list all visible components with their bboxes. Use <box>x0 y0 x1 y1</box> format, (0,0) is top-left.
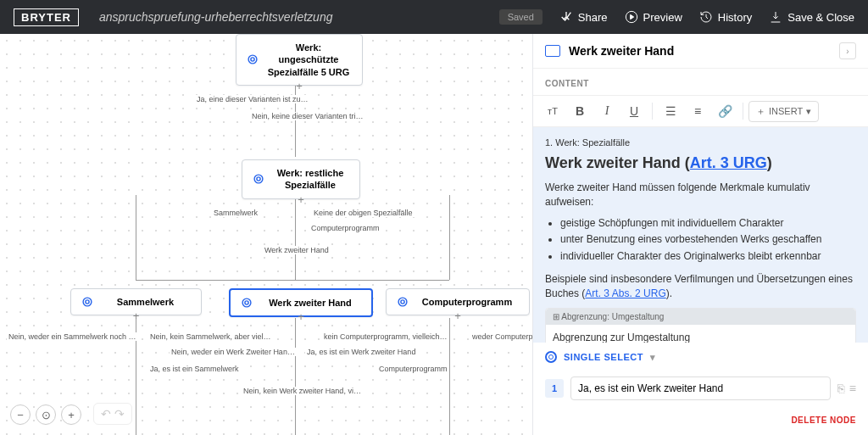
node-icon <box>81 296 93 308</box>
edge-label: Keine der obigen Spezialfälle <box>312 209 415 217</box>
save-close-button[interactable]: Save & Close <box>769 10 854 24</box>
section-label: CONTENT <box>533 69 868 95</box>
option-number: 1 <box>545 379 564 398</box>
svg-point-1 <box>248 56 257 64</box>
rte-toolbar: тT B I U ☰ ≡ 🔗 ＋INSERT▾ <box>533 95 868 127</box>
edge-label: weder Computerpr <box>470 332 532 341</box>
collapsible-body: Abgrenzung zur Umgestaltung <box>546 325 855 343</box>
logo: BRYTER <box>14 8 79 26</box>
option-row: 1 ⎘ ≡ <box>533 371 868 405</box>
edge-label: Nein, keine dieser Varianten tri… <box>250 112 364 120</box>
expand-panel-button[interactable]: › <box>839 42 856 59</box>
text-size-button[interactable]: тT <box>540 99 565 123</box>
edge-label: Computerprogramm <box>377 365 449 373</box>
svg-point-7 <box>242 298 251 307</box>
edge-label: kein Computerprogramm, vielleich… <box>322 332 449 341</box>
edge-label: Nein, weder ein Werk Zweiter Han… <box>170 348 297 356</box>
add-child-icon[interactable]: + <box>295 193 307 205</box>
answer-type-selector[interactable]: SINGLE SELECT ▾ <box>533 343 868 371</box>
zoom-fit-button[interactable]: ⊙ <box>36 404 56 425</box>
add-child-icon[interactable]: + <box>293 80 305 92</box>
play-icon <box>625 10 638 24</box>
content-paragraph: Beispiele sind insbesondere Verfilmungen… <box>545 272 856 301</box>
undo-icon[interactable]: ↶ <box>101 407 111 421</box>
content-editor[interactable]: 1. Werk: Spezialfälle Werk zweiter Hand … <box>533 127 868 343</box>
panel-title: Werk zweiter Hand <box>569 44 674 58</box>
redo-icon[interactable]: ↷ <box>114 407 125 421</box>
share-button[interactable]: Share <box>559 10 608 24</box>
node-type-icon <box>545 45 560 57</box>
module-title: anspruchspruefung-urheberrechtsverletzun… <box>99 10 333 24</box>
zoom-in-button[interactable]: + <box>61 404 81 425</box>
undo-redo: ↶ ↷ <box>93 403 132 425</box>
node-icon <box>253 173 264 185</box>
underline-button[interactable]: U <box>621 99 647 123</box>
single-select-icon <box>545 351 557 363</box>
svg-point-3 <box>254 175 263 183</box>
svg-point-8 <box>245 301 248 304</box>
node-spezialfaelle-5urg[interactable]: Werk: ungeschützte Spezialfälle 5 URG + <box>236 34 363 86</box>
option-input[interactable] <box>570 376 831 400</box>
share-icon <box>559 10 573 24</box>
node-restliche-spezialfaelle[interactable]: Werk: restliche Spezialfälle + <box>242 159 360 199</box>
edge-label: Werk zweiter Hand <box>263 246 331 254</box>
svg-point-10 <box>401 300 404 304</box>
heading-link[interactable]: Art. 3 URG <box>690 154 767 171</box>
svg-point-9 <box>398 298 407 306</box>
content-list: geistige Schöpfungen mit individuellem C… <box>560 216 856 264</box>
breadcrumb: 1. Werk: Spezialfälle <box>545 137 856 148</box>
collapsible-header[interactable]: ⊞ Abgrenzung: Umgestaltung <box>546 309 855 325</box>
italic-button[interactable]: I <box>594 99 620 123</box>
bold-button[interactable]: B <box>567 99 593 123</box>
svg-point-5 <box>83 298 92 306</box>
edge-label: Nein, weder ein Sammelwerk noch … <box>7 332 138 341</box>
edge-label: Nein, kein Sammelwerk, aber viel… <box>148 332 273 341</box>
node-icon <box>397 296 409 308</box>
edge-label: Ja, es ist ein Werk zweiter Hand <box>305 348 417 356</box>
edge-label: Ja, eine dieser Varianten ist zu… <box>195 95 309 103</box>
edge-label: Computerprogramm <box>309 224 381 232</box>
link-button[interactable]: 🔗 <box>712 99 737 123</box>
svg-point-6 <box>86 300 89 304</box>
svg-point-2 <box>251 58 254 61</box>
content-link[interactable]: Art. 3 Abs. 2 URG <box>585 287 665 299</box>
delete-node-button[interactable]: DELETE NODE <box>533 405 868 435</box>
numbered-list-button[interactable]: ≡ <box>685 99 710 123</box>
history-button[interactable]: History <box>699 10 752 24</box>
download-icon <box>769 10 782 24</box>
app-header: BRYTER anspruchspruefung-urheberrechtsve… <box>0 0 868 34</box>
node-sammelwerk[interactable]: Sammelwerk + <box>70 288 202 315</box>
bullet-list-button[interactable]: ☰ <box>658 99 683 123</box>
saved-badge: Saved <box>499 9 542 25</box>
insert-button[interactable]: ＋INSERT▾ <box>748 101 819 122</box>
history-icon <box>699 10 713 24</box>
node-icon <box>247 53 259 65</box>
preview-button[interactable]: Preview <box>625 10 682 24</box>
node-computerprogramm[interactable]: Computerprogramm + <box>386 288 530 315</box>
edge-label: Sammelwerk <box>212 209 259 217</box>
node-icon <box>241 297 253 309</box>
collapsible-block[interactable]: ⊞ Abgrenzung: Umgestaltung Abgrenzung zu… <box>545 308 856 343</box>
add-child-icon[interactable]: + <box>295 310 307 322</box>
edge-label: Ja, es ist ein Sammelwerk <box>148 365 241 373</box>
svg-point-4 <box>257 177 260 181</box>
zoom-out-button[interactable]: − <box>10 404 31 425</box>
side-panel: Werk zweiter Hand › CONTENT тT B I U ☰ ≡… <box>532 34 868 435</box>
reorder-option-icon[interactable]: ≡ <box>849 382 856 395</box>
content-heading: Werk zweiter Hand (Art. 3 URG) <box>545 154 856 172</box>
content-paragraph: Werke zweiter Hand müssen folgende Merkm… <box>545 181 856 209</box>
edge-label: Nein, kein Werk zweiter Hand, vi… <box>242 387 363 395</box>
add-child-icon[interactable]: + <box>131 310 142 321</box>
flow-canvas[interactable]: Werk: ungeschützte Spezialfälle 5 URG + … <box>0 34 532 435</box>
copy-option-icon[interactable]: ⎘ <box>837 382 844 395</box>
node-werk-zweiter-hand[interactable]: Werk zweiter Hand + <box>229 288 373 317</box>
zoom-controls: − ⊙ + <box>10 404 81 425</box>
add-child-icon[interactable]: + <box>452 310 464 321</box>
